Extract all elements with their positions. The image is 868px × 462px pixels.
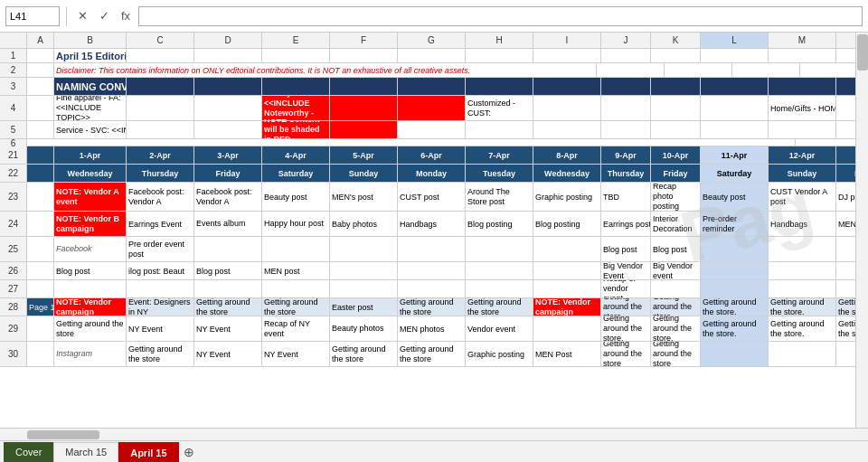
cell-j29[interactable]: Getting around the store. [601, 316, 651, 341]
cell-e5-note[interactable]: NOTE Content will be shaded in RED [262, 121, 330, 138]
col-header-e[interactable]: E [262, 33, 330, 48]
cell-g29[interactable]: MEN photos [398, 316, 466, 341]
cell-m22-day[interactable]: Sunday [769, 165, 836, 182]
cell-e4-beauty[interactable]: Beauty - BTY: <<INCLUDENoteworthy - NOTE… [262, 96, 330, 120]
cell-m23[interactable]: CUST Vendor A post [769, 183, 836, 211]
cell-d29[interactable]: NY Event [194, 316, 262, 341]
cell-e26[interactable]: MEN post [262, 262, 330, 279]
cell-m5[interactable] [769, 121, 836, 138]
formula-bar[interactable] [138, 6, 863, 26]
cell-j24[interactable]: Earrings post [601, 212, 651, 236]
cell-j25[interactable]: Blog post [601, 237, 651, 261]
cell-h27[interactable] [466, 280, 533, 297]
cell-e28[interactable]: Getting around the store [262, 298, 330, 316]
cell-f25[interactable] [330, 237, 398, 261]
fx-icon[interactable]: fx [117, 7, 135, 25]
cell-b30-insta[interactable]: Instagram [54, 342, 127, 366]
cell-i28-notevendor2[interactable]: NOTE: Vendor campaign [533, 298, 601, 316]
cell-e29[interactable]: Recap of NY event [262, 316, 330, 341]
cell-f23[interactable]: MEN's post [330, 183, 398, 211]
cell-g21-date[interactable]: 6-Apr [398, 146, 466, 164]
cell-j26[interactable]: Big Vendor Event [601, 262, 651, 279]
cell-h21-date[interactable]: 7-Apr [466, 146, 533, 164]
cell-d28[interactable]: Getting around the store [194, 298, 262, 316]
cell-j22-day[interactable]: Thursday [601, 165, 651, 182]
cell-l30[interactable] [701, 342, 769, 366]
cell-a2[interactable] [27, 63, 54, 77]
cell-a26[interactable] [27, 262, 54, 279]
cell-i29[interactable] [533, 316, 601, 341]
cell-c21-date[interactable]: 2-Apr [127, 146, 194, 164]
cell-c22-day[interactable]: Thursday [127, 165, 194, 182]
cell-b2-disclaimer[interactable]: Disclaimer: This contains information on… [54, 63, 597, 77]
cell-f29[interactable]: Beauty photos [330, 316, 398, 341]
cell-m21-date[interactable]: 12-Apr [769, 146, 836, 164]
cell-g28[interactable]: Getting around the store [398, 298, 466, 316]
cell-m30[interactable] [769, 342, 836, 366]
cell-b27[interactable] [54, 280, 127, 297]
col-header-j[interactable]: J [601, 33, 651, 48]
cell-h23[interactable]: Around The Store post [466, 183, 533, 211]
cell-f30[interactable]: Getting around the store [330, 342, 398, 366]
cell-l28[interactable]: Getting around the store. [701, 298, 769, 316]
cell-m29[interactable]: Getting around the store. [769, 316, 836, 341]
cell-k24[interactable]: Interior Decoration [651, 212, 701, 236]
cell-k22-day[interactable]: Friday [651, 165, 701, 182]
cell-h22-day[interactable]: Tuesday [466, 165, 533, 182]
horizontal-scrollbar[interactable] [0, 428, 868, 440]
cell-d22-day[interactable]: Friday [194, 165, 262, 182]
col-header-c[interactable]: C [127, 33, 194, 48]
cell-f28[interactable]: Easter post [330, 298, 398, 316]
cell-c25-preorder[interactable]: Pre order event post [127, 237, 194, 261]
cell-k29[interactable]: Getting around the store. [651, 316, 701, 341]
col-header-i[interactable]: I [533, 33, 601, 48]
cell-c30[interactable]: Getting around the store [127, 342, 194, 366]
cell-l26[interactable] [701, 262, 769, 279]
cell-c29[interactable]: NY Event [127, 316, 194, 341]
cell-a4[interactable] [27, 96, 54, 120]
cell-c1[interactable] [127, 49, 194, 62]
cell-d21-date[interactable]: 3-Apr [194, 146, 262, 164]
cell-h4-customized[interactable]: Customized - CUST: [466, 96, 533, 120]
tab-april15[interactable]: April 15 [118, 442, 178, 462]
cell-i3[interactable] [533, 78, 601, 95]
cell-b24-noteB[interactable]: NOTE: Vendor B campaign [54, 212, 127, 236]
cell-f5[interactable] [330, 121, 398, 138]
cell-l2[interactable] [597, 63, 665, 77]
cancel-icon[interactable]: ✕ [73, 7, 91, 25]
cell-k5[interactable] [651, 121, 701, 138]
col-header-l[interactable]: L [701, 33, 769, 48]
cell-d24[interactable]: Events album [194, 212, 262, 236]
cell-l3[interactable] [701, 78, 769, 95]
cell-c23[interactable]: Facebook post: Vendor A [127, 183, 194, 211]
cell-l22-day[interactable]: Saturday [701, 165, 769, 182]
cell-l24[interactable]: Pre-order reminder [701, 212, 769, 236]
vertical-scrollbar[interactable] [855, 33, 868, 428]
cell-b5-service[interactable]: Service - SVC: <<INCLUDE OPIC>> [54, 121, 127, 138]
cell-m24[interactable]: Handbags [769, 212, 836, 236]
cell-f22-day[interactable]: Sunday [330, 165, 398, 182]
cell-i1[interactable] [533, 49, 601, 62]
cell-j5[interactable] [601, 121, 651, 138]
tab-march15[interactable]: March 15 [53, 442, 118, 462]
cell-a22[interactable] [27, 165, 54, 182]
cell-h1[interactable] [466, 49, 533, 62]
cell-i5[interactable] [533, 121, 601, 138]
cell-h24[interactable]: Blog posting [466, 212, 533, 236]
cell-m4-home[interactable]: Home/Gifts - HOME: [769, 96, 836, 120]
cell-i4[interactable] [533, 96, 601, 120]
cell-j3[interactable] [601, 78, 651, 95]
cell-k26[interactable]: Big Vendor event [651, 262, 701, 279]
cell-g25[interactable] [398, 237, 466, 261]
cell-b23-noteA[interactable]: NOTE: Vendor A event [54, 183, 127, 211]
cell-m1[interactable] [769, 49, 836, 62]
cell-d26[interactable]: Blog post [194, 262, 262, 279]
cell-l21-date[interactable]: 11-Apr [701, 146, 769, 164]
cell-e21-date[interactable]: 4-Apr [262, 146, 330, 164]
cell-k21-date[interactable]: 10-Apr [651, 146, 701, 164]
cell-h30[interactable]: Graphic posting [466, 342, 533, 366]
cell-f27[interactable] [330, 280, 398, 297]
cell-d27[interactable] [194, 280, 262, 297]
cell-e1[interactable] [262, 49, 330, 62]
cell-g4[interactable] [398, 96, 466, 120]
